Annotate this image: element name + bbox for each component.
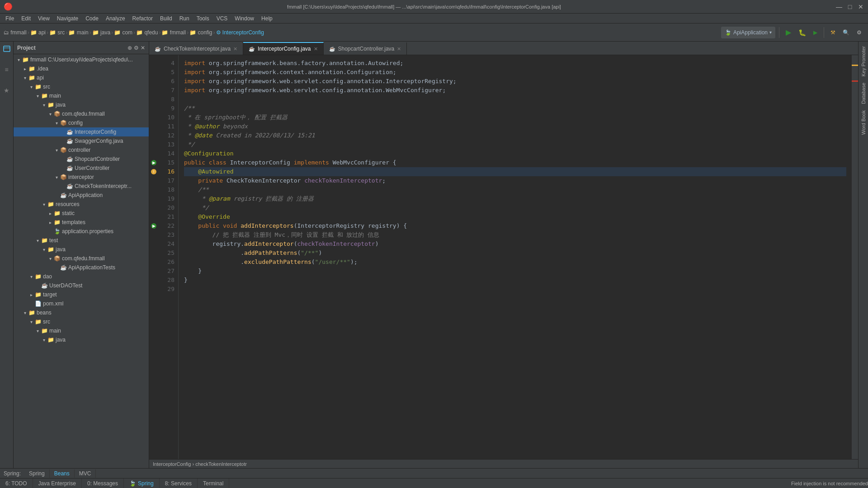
tab-interceptorconfig-close[interactable]: ✕ <box>314 46 318 52</box>
tree-apiapplicationtests[interactable]: ☕ ApiApplicationTests <box>14 263 149 272</box>
tree-package[interactable]: ▾ 📦 com.qfedu.fmmall <box>14 109 149 118</box>
tree-testjava[interactable]: ▾ 📁 java <box>14 245 149 254</box>
project-close-icon[interactable]: ✕ <box>141 45 145 51</box>
minimize-button[interactable]: — <box>835 3 843 10</box>
tree-testpackage[interactable]: ▾ 📦 com.qfedu.fmmall <box>14 254 149 263</box>
search-button[interactable]: 🔍 <box>840 26 852 39</box>
menu-tools[interactable]: Tools <box>193 14 213 23</box>
bottom-tab-messages[interactable]: 0: Messages <box>82 479 124 488</box>
tree-usercontroller[interactable]: ☕ UserController <box>14 164 149 173</box>
tree-resources[interactable]: ▾ 📁 resources <box>14 200 149 209</box>
tree-pom[interactable]: 📄 pom.xml <box>14 299 149 308</box>
tree-templates[interactable]: ▸ 📁 templates <box>14 218 149 227</box>
code-content[interactable]: import org.springframework.beans.factory… <box>179 55 852 459</box>
breadcrumb-fmmall[interactable]: 🗂 fmmall <box>4 29 27 36</box>
structure-icon[interactable]: ≡ <box>1 64 12 75</box>
tree-interceptorconfig[interactable]: ☕ InterceptorConfig <box>14 127 149 136</box>
tree-interceptor[interactable]: ▾ 📦 interceptor <box>14 173 149 182</box>
menu-file[interactable]: File <box>2 14 18 23</box>
spring-tab-beans[interactable]: Beans <box>50 469 75 478</box>
menu-edit[interactable]: Edit <box>18 14 34 23</box>
tree-static[interactable]: ▸ 📁 static <box>14 209 149 218</box>
bottom-tab-services[interactable]: 8: Services <box>160 479 198 488</box>
menu-navigate[interactable]: Navigate <box>53 14 82 23</box>
tree-beans-java[interactable]: ▾ 📁 java <box>14 335 149 344</box>
gutter-line-22[interactable]: ▶ <box>149 221 158 230</box>
code-line-14: @Configuration <box>184 149 846 158</box>
project-collapse-icon[interactable]: ⊕ <box>127 45 132 51</box>
tree-config[interactable]: ▾ 📦 config <box>14 118 149 127</box>
breadcrumb-qfedu[interactable]: 📁 qfedu <box>136 29 158 36</box>
menu-vcs[interactable]: VCS <box>213 14 231 23</box>
run-coverage-button[interactable]: ▶ <box>811 26 820 39</box>
menu-build[interactable]: Build <box>156 14 176 23</box>
project-icon[interactable] <box>1 43 12 54</box>
menu-view[interactable]: View <box>34 14 53 23</box>
bottom-tab-terminal[interactable]: Terminal <box>198 479 229 488</box>
tab-shopcartcontroller[interactable]: ☕ ShopcartController.java ✕ <box>324 42 407 55</box>
right-label-wordbook[interactable]: Word Book <box>860 108 867 137</box>
tree-apiapplication[interactable]: ☕ ApiApplication <box>14 191 149 200</box>
scroll-marker-error <box>852 80 858 82</box>
run-button[interactable]: ▶ <box>783 26 794 39</box>
menu-code[interactable]: Code <box>82 14 102 23</box>
breadcrumb-java[interactable]: 📁 java <box>92 29 110 36</box>
menu-refactor[interactable]: Refactor <box>129 14 156 23</box>
tab-shopcartcontroller-close[interactable]: ✕ <box>397 46 401 52</box>
bottom-tab-spring[interactable]: 🍃 Spring <box>124 479 160 488</box>
tree-shopcart[interactable]: ☕ ShopcartController <box>14 155 149 164</box>
bottom-tab-todo[interactable]: 6: TODO <box>0 479 33 488</box>
favorites-icon[interactable]: ★ <box>1 85 12 96</box>
project-settings-icon[interactable]: ⚙ <box>134 45 139 51</box>
breadcrumb-src[interactable]: 📁 src <box>49 29 65 36</box>
tree-beans-src[interactable]: ▾ 📁 src <box>14 317 149 326</box>
tab-checktokeninterceptor-close[interactable]: ✕ <box>233 46 237 52</box>
tree-checktokeninterceptor[interactable]: ☕ CheckTokenInterceptr... <box>14 182 149 191</box>
tree-java[interactable]: ▾ 📁 java <box>14 100 149 109</box>
maximize-button[interactable]: □ <box>846 3 854 10</box>
breadcrumb-api[interactable]: 📁 api <box>30 29 46 36</box>
spring-tab-spring[interactable]: Spring <box>24 469 50 478</box>
build-button[interactable]: ⚒ <box>828 26 838 39</box>
run-method-icon[interactable]: ▶ <box>151 223 156 229</box>
tree-main[interactable]: ▾ 📁 main <box>14 91 149 100</box>
tree-target[interactable]: ▸ 📁 target <box>14 290 149 299</box>
bottom-tab-javaee[interactable]: Java Enterprise <box>33 479 82 488</box>
breadcrumb-interceptorconfig[interactable]: ⚙ InterceptorConfig <box>216 29 264 36</box>
tree-idea[interactable]: ▸ 📁 .idea <box>14 64 149 73</box>
gutter-line-27 <box>149 267 158 276</box>
gutter-line-15[interactable]: ▶ <box>149 158 158 167</box>
tree-userdaotest[interactable]: ☕ UserDAOTest <box>14 281 149 290</box>
code-editor[interactable]: ▶ ! ▶ <box>149 55 858 459</box>
tree-test[interactable]: ▾ 📁 test <box>14 236 149 245</box>
breadcrumb-config[interactable]: 📁 config <box>189 29 212 36</box>
debug-button[interactable]: 🐛 <box>796 26 809 39</box>
tree-controller[interactable]: ▾ 📦 controller <box>14 145 149 155</box>
run-config-selector[interactable]: 🍃 ApiApplication ▾ <box>721 27 775 38</box>
menu-analyze[interactable]: Analyze <box>102 14 129 23</box>
breadcrumb-fmmall2[interactable]: 📁 fmmall <box>161 29 186 36</box>
menu-help[interactable]: Help <box>258 14 276 23</box>
spring-tab-mvc[interactable]: MVC <box>75 469 96 478</box>
right-label-keypromoter[interactable]: Key Promoter <box>860 43 867 79</box>
tree-beans-main[interactable]: ▾ 📁 main <box>14 326 149 335</box>
menu-run[interactable]: Run <box>176 14 193 23</box>
tree-swaggerconfig[interactable]: ☕ SwaggerConfig.java <box>14 136 149 145</box>
tree-api[interactable]: ▾ 📁 api <box>14 73 149 82</box>
tree-root[interactable]: ▾ 📁 fmmall C:\Users\xuyi\IdeaProjects\qf… <box>14 55 149 64</box>
scrollbar-right[interactable] <box>852 55 858 459</box>
tree-dao[interactable]: ▾ 📁 dao <box>14 272 149 281</box>
breadcrumb-main[interactable]: 📁 main <box>68 29 88 36</box>
tab-interceptorconfig[interactable]: ☕ InterceptorConfig.java ✕ <box>243 42 323 55</box>
run-class-icon[interactable]: ▶ <box>151 160 156 165</box>
breadcrumb-com[interactable]: 📁 com <box>114 29 132 36</box>
tab-checktokeninterceptor[interactable]: ☕ CheckTokenInterceptor.java ✕ <box>149 42 243 55</box>
close-button[interactable]: ✕ <box>857 3 864 10</box>
menu-window[interactable]: Window <box>231 14 258 23</box>
tree-beans[interactable]: ▾ 📁 beans <box>14 308 149 317</box>
tree-appprops[interactable]: 🍃 application.properties <box>14 227 149 236</box>
tree-src[interactable]: ▾ 📁 src <box>14 82 149 91</box>
code-line-26: .excludePathPatterns("/user/**"); <box>184 258 846 267</box>
right-label-database[interactable]: Database <box>860 80 867 107</box>
settings-button[interactable]: ⚙ <box>854 26 864 39</box>
